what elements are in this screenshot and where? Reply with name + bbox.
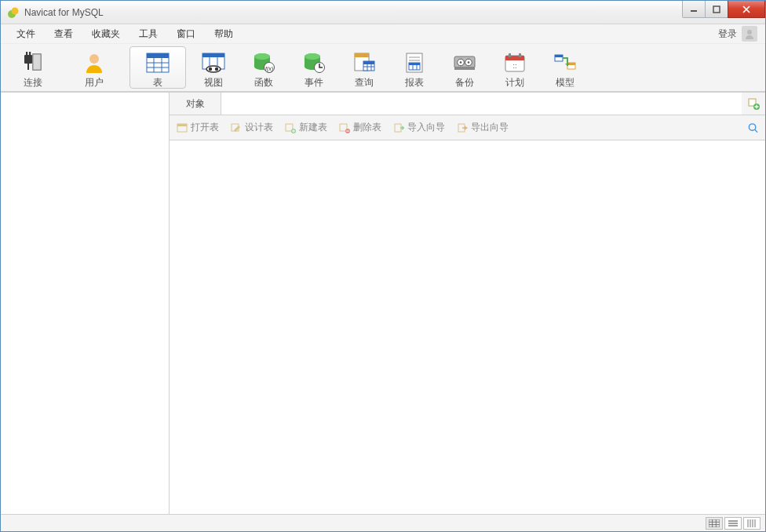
avatar-icon (742, 26, 757, 42)
svg-rect-50 (454, 67, 475, 70)
svg-rect-70 (395, 124, 401, 132)
svg-rect-8 (26, 52, 27, 56)
window-controls (683, 1, 765, 18)
window-minimize-button[interactable] (682, 1, 706, 18)
svg-point-48 (460, 61, 462, 64)
svg-rect-53 (509, 53, 511, 57)
import-wizard-button[interactable]: 导入向导 (392, 121, 445, 134)
svg-rect-64 (177, 124, 187, 126)
model-icon (553, 49, 577, 76)
toolbar-model[interactable]: 模型 (547, 46, 583, 89)
toolbar-connection[interactable]: 连接 (15, 46, 76, 89)
titlebar: Navicat for MySQL (1, 1, 765, 24)
toolbar-user-label: 用户 (85, 78, 104, 87)
svg-point-72 (749, 123, 755, 129)
view-mode-grid[interactable] (743, 517, 761, 530)
menubar: 文件 查看 收藏夹 工具 窗口 帮助 登录 (1, 24, 765, 43)
toolbar-report[interactable]: 报表 (396, 46, 432, 89)
svg-rect-34 (363, 61, 374, 64)
menu-help[interactable]: 帮助 (205, 25, 243, 43)
open-table-icon (176, 122, 188, 133)
svg-rect-32 (355, 53, 369, 57)
new-table-icon (284, 122, 296, 133)
login-label: 登录 (718, 27, 737, 41)
statusbar (1, 514, 765, 531)
tab-objects[interactable]: 对象 (170, 92, 221, 115)
export-wizard-label: 导出向导 (471, 121, 509, 134)
toolbar-query[interactable]: 查询 (346, 46, 382, 89)
svg-rect-18 (202, 53, 224, 57)
menu-window[interactable]: 窗口 (167, 25, 205, 43)
new-tab-button[interactable] (742, 92, 765, 115)
view-mode-details[interactable] (706, 517, 723, 530)
view-mode-list[interactable] (724, 517, 742, 530)
export-wizard-button[interactable]: 导出向导 (456, 121, 509, 134)
right-pane: 对象 打开表 (169, 92, 765, 514)
window-title: Navicat for MySQL (24, 7, 104, 18)
window-maximize-button[interactable] (705, 1, 728, 18)
svg-point-25 (254, 53, 270, 60)
menu-view[interactable]: 查看 (45, 25, 82, 43)
search-icon[interactable] (747, 122, 759, 133)
svg-rect-3 (713, 6, 720, 13)
object-list-area[interactable] (169, 140, 765, 514)
svg-point-22 (209, 67, 212, 71)
toolbar-user[interactable]: 用户 (76, 46, 112, 89)
toolbar-backup[interactable]: 备份 (447, 46, 483, 89)
svg-rect-6 (34, 55, 41, 70)
menu-tools[interactable]: 工具 (129, 25, 167, 43)
toolbar-schedule[interactable]: :: 计划 (497, 46, 533, 89)
toolbar-table[interactable]: 表 (129, 46, 186, 89)
toolbar-connection-dropdown[interactable] (65, 49, 76, 89)
import-wizard-label: 导入向导 (407, 121, 445, 134)
svg-text:f(x): f(x) (265, 66, 273, 72)
user-icon (83, 49, 105, 76)
body-split: 对象 打开表 (1, 92, 765, 514)
design-table-icon (230, 122, 242, 133)
toolbar-table-label: 表 (153, 78, 162, 87)
svg-rect-42 (409, 63, 420, 65)
toolbar-event[interactable]: 事件 (296, 46, 332, 89)
window-close-button[interactable] (728, 1, 765, 18)
svg-rect-2 (691, 10, 697, 12)
svg-point-4 (747, 30, 752, 35)
toolbar-event-label: 事件 (305, 78, 323, 87)
toolbar-backup-label: 备份 (455, 78, 474, 87)
object-tab-row: 对象 (169, 92, 765, 115)
login-area[interactable]: 登录 (718, 26, 759, 42)
event-icon (303, 49, 325, 76)
svg-point-21 (206, 66, 221, 72)
backup-icon (453, 49, 476, 76)
toolbar-function-label: 函数 (254, 78, 273, 87)
query-icon (352, 49, 376, 76)
tab-blank-area (221, 92, 742, 115)
svg-point-10 (89, 54, 99, 64)
main-toolbar: 连接 用户 (1, 43, 765, 92)
function-icon: f(x) (253, 49, 275, 76)
object-toolbar: 打开表 设计表 新建表 (169, 115, 765, 140)
toolbar-connection-label: 连接 (24, 78, 42, 87)
design-table-button[interactable]: 设计表 (230, 121, 273, 134)
svg-rect-7 (24, 55, 32, 64)
open-table-button[interactable]: 打开表 (176, 121, 219, 134)
schedule-icon: :: (504, 49, 526, 76)
menu-favorites[interactable]: 收藏夹 (82, 25, 129, 43)
svg-point-1 (12, 7, 19, 14)
export-icon (456, 122, 468, 133)
toolbar-model-label: 模型 (556, 78, 574, 87)
report-icon (404, 49, 425, 76)
menu-file[interactable]: 文件 (7, 25, 45, 43)
connection-icon (21, 49, 45, 76)
toolbar-view[interactable]: 视图 (195, 46, 232, 89)
svg-point-49 (468, 61, 470, 64)
svg-point-23 (215, 67, 218, 71)
delete-table-label: 删除表 (353, 121, 381, 134)
svg-rect-9 (29, 52, 31, 56)
toolbar-function[interactable]: f(x) 函数 (246, 46, 282, 89)
delete-table-button[interactable]: 删除表 (338, 121, 381, 134)
connection-tree[interactable] (1, 92, 169, 514)
new-table-button[interactable]: 新建表 (284, 121, 327, 134)
toolbar-query-label: 查询 (355, 78, 374, 87)
svg-rect-73 (709, 519, 720, 527)
view-icon (202, 49, 225, 76)
